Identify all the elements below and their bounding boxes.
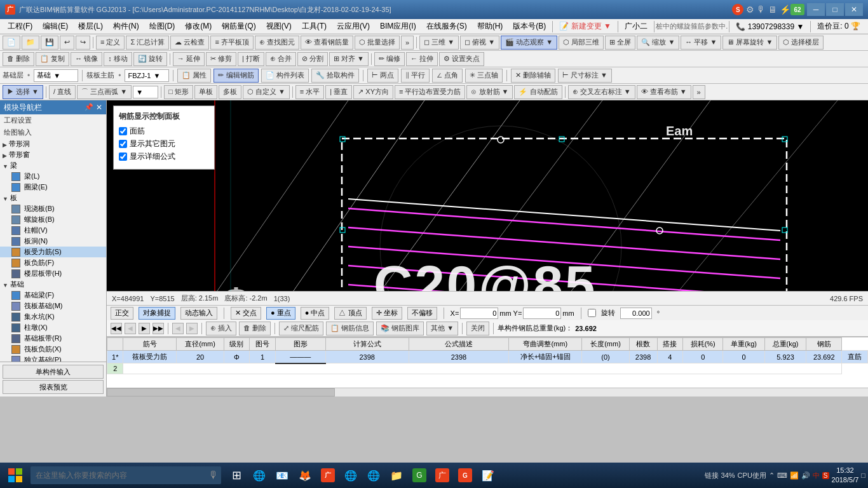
btn-save[interactable]: 💾	[41, 36, 58, 50]
nav-item-rebar-neg[interactable]: 板负筋(F)	[0, 257, 106, 268]
menu-service[interactable]: 在线服务(S)	[421, 20, 472, 33]
network-icon[interactable]: 📶	[790, 471, 799, 480]
btn-close-rebar[interactable]: 关闭	[466, 322, 489, 336]
nav-engineering-setup[interactable]: 工程设置	[0, 114, 106, 126]
check-face-rebar[interactable]: 面筋	[119, 126, 209, 137]
check-show-others-input[interactable]	[119, 140, 127, 148]
menu-version[interactable]: 版本号(B)	[508, 20, 551, 33]
btn-custom-shape[interactable]: ⬡ 自定义 ▼	[243, 85, 290, 99]
y-input[interactable]	[523, 308, 561, 319]
taskbar-app-browser3[interactable]: 🌐	[363, 465, 384, 485]
taskbar-app-browser2[interactable]: 🌐	[341, 465, 361, 485]
btn-delete-rebar[interactable]: 🗑 删除	[239, 322, 271, 336]
btn-del-aux[interactable]: ✕ 删除辅轴	[511, 69, 555, 83]
btn-nooffset[interactable]: 不偏移	[407, 307, 437, 320]
btn-midpoint-active[interactable]: ● 重点	[266, 307, 295, 320]
cad-canvas[interactable]: 钢筋显示控制面板 面筋 显示其它图元 显示详细公式	[107, 100, 868, 305]
section-foundation[interactable]: 基础	[0, 279, 106, 290]
nav-item-cast-slab[interactable]: 现浇板(B)	[0, 203, 106, 214]
btn-part-list[interactable]: 📄 构件列表	[261, 69, 309, 83]
btn-cross-mark[interactable]: ⊕ 交叉左右标注 ▼	[568, 85, 635, 99]
section-beam[interactable]: 梁	[0, 160, 106, 171]
btn-auto-rebar[interactable]: ⚡ 自动配筋	[514, 85, 562, 99]
menu-gxe[interactable]: 广小二	[620, 20, 653, 33]
menu-edit[interactable]: 编辑(E)	[37, 20, 73, 33]
btn-vertical[interactable]: | 垂直	[325, 85, 352, 99]
btn-arc[interactable]: ⌒ 三点画弧 ▼	[77, 85, 132, 99]
menu-help[interactable]: 帮助(H)	[472, 20, 508, 33]
btn-scale-rebar[interactable]: ⤢ 缩尺配筋	[279, 322, 323, 336]
nav-item-rebar-force[interactable]: 板受力筋(S)	[0, 247, 106, 257]
btn-single-input[interactable]: 单构件输入	[3, 365, 104, 379]
btn-vertex[interactable]: △ 顶点	[334, 307, 366, 320]
btn-rebar-lib[interactable]: 📚 钢筋图库	[376, 322, 424, 336]
taskbar-app-notepad[interactable]: 📝	[478, 465, 498, 485]
close-button[interactable]: ✕	[845, 3, 863, 16]
btn-level-slab[interactable]: ≡ 齐平板顶	[210, 36, 253, 50]
start-button[interactable]	[3, 464, 28, 487]
taskbar-app-edge[interactable]: 📧	[272, 465, 292, 485]
table-row-empty[interactable]: 2	[107, 363, 868, 374]
btn-parallel[interactable]: ∥ 平行	[401, 69, 430, 83]
btn-insert-rebar[interactable]: ⊕ 插入	[206, 322, 236, 336]
btn-new[interactable]: 📄	[3, 36, 20, 50]
menu-cloud[interactable]: 云应用(V)	[332, 20, 375, 33]
btn-orthogonal[interactable]: 正交	[111, 307, 133, 320]
btn-screen-rotate[interactable]: 🖥 屏幕旋转 ▼	[722, 36, 777, 50]
taskbar-app-glodon[interactable]: 广	[432, 465, 452, 485]
btn-redo[interactable]: ↪	[76, 36, 90, 50]
menu-file[interactable]: 工程(F)	[3, 20, 37, 33]
price-beans[interactable]: 造价豆: 0 🏆	[812, 20, 865, 33]
table-row[interactable]: 1* 筱板受力筋 20 Φ 1 ——— 2398 2398 净长+锚固+锚固 (…	[107, 351, 868, 363]
rebar-type-dropdown[interactable]: FBZJ-1▼	[125, 69, 169, 82]
btn-split-mod[interactable]: ⊘ 分割	[297, 52, 328, 66]
taskbar-search[interactable]	[31, 466, 221, 484]
btn-nav-last[interactable]: ▶▶	[153, 323, 164, 334]
taskbar-app-ggj[interactable]: 广	[318, 465, 338, 485]
btn-move-mod[interactable]: ↕ 移动	[104, 52, 132, 66]
layer-dropdown[interactable]: 基础▼	[34, 69, 78, 82]
btn-copy-mod[interactable]: 📋 复制	[36, 52, 69, 66]
nav-item-beam-l[interactable]: 梁(L)	[0, 171, 106, 182]
btn-rebar-info[interactable]: 📋 钢筋信息	[326, 322, 374, 336]
nav-item-floor-band[interactable]: 楼层板带(H)	[0, 268, 106, 279]
btn-align-mod[interactable]: ⊞ 对齐 ▼	[329, 52, 369, 66]
btn-midpoint2[interactable]: ● 中点	[301, 307, 330, 320]
btn-xy-dir[interactable]: ↗ XY方向	[353, 85, 393, 99]
btn-select[interactable]: ▶ 选择 ▼	[3, 85, 43, 99]
section-slab[interactable]: 板	[0, 193, 106, 203]
btn-view-rebar[interactable]: 👁 查看钢筋量	[301, 36, 353, 50]
taskbar-app-folder[interactable]: 📁	[386, 465, 407, 485]
btn-intersection[interactable]: ✕ 交点	[231, 307, 261, 320]
btn-multi-slab[interactable]: 多板	[219, 85, 241, 99]
btn-delete-mod[interactable]: 🗑 删除	[3, 52, 34, 66]
taskbar-app-qqbrowser[interactable]: 🦊	[295, 465, 315, 485]
btn-setgrip-mod[interactable]: ⚙ 设置夹点	[439, 52, 484, 66]
nav-item-spiral-slab[interactable]: 螺旋板(B)	[0, 214, 106, 225]
btn-fullscreen[interactable]: ⊞ 全屏	[605, 36, 635, 50]
btn-angle-point[interactable]: ∠ 点角	[432, 69, 463, 83]
btn-line[interactable]: / 直线	[49, 85, 76, 99]
check-show-others[interactable]: 显示其它图元	[119, 139, 209, 149]
menu-floor[interactable]: 楼层(L)	[73, 20, 108, 33]
btn-merge-mod[interactable]: ⊕ 合并	[266, 52, 296, 66]
btn-rect[interactable]: □ 矩形	[164, 85, 193, 99]
nav-item-found-band[interactable]: 基础板带(R)	[0, 333, 106, 344]
btn-view-layout[interactable]: 👁 查看布筋 ▼	[637, 85, 691, 99]
btn-define[interactable]: ≡ 定义	[96, 36, 125, 50]
btn-single-slab[interactable]: 单板	[194, 85, 217, 99]
btn-parallel-rebar[interactable]: ≡ 平行边布置受力筋	[395, 85, 465, 99]
btn-plan[interactable]: ◻ 俯视 ▼	[460, 36, 499, 50]
btn-three-axis[interactable]: ✳ 三点轴	[465, 69, 503, 83]
nav-item-ring-beam[interactable]: 圈梁(E)	[0, 182, 106, 193]
menu-tools[interactable]: 工具(T)	[297, 20, 332, 33]
btn-pan[interactable]: ↔ 平移 ▼	[681, 36, 721, 50]
btn-local-3d[interactable]: ⬡ 局部三维	[559, 36, 604, 50]
task-view-icon[interactable]: ⊞	[226, 465, 247, 485]
nav-item-slab-hole[interactable]: 板洞(N)	[0, 236, 106, 247]
btn-more-edit[interactable]: »	[693, 85, 705, 99]
btn-select-floor[interactable]: ⬡ 选择楼层	[778, 36, 824, 50]
taskbar-app-ie[interactable]: 🌐	[249, 465, 269, 485]
btn-two-points[interactable]: ⊢ 两点	[367, 69, 398, 83]
menu-component[interactable]: 构件(N)	[108, 20, 144, 33]
